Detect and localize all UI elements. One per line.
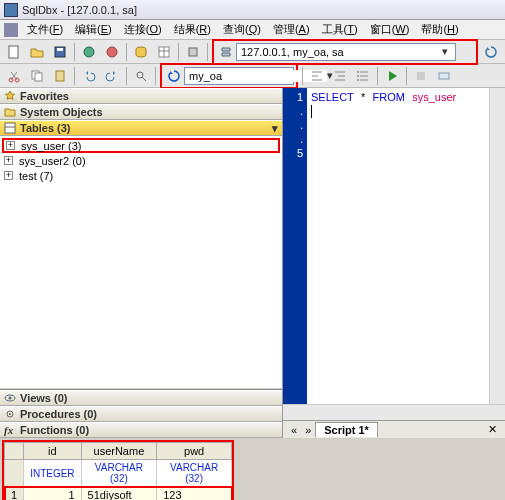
table-icon [4, 122, 16, 134]
svg-point-4 [107, 47, 117, 57]
functions-panel-header[interactable]: fx Functions (0) [0, 422, 282, 438]
vertical-scrollbar[interactable] [489, 88, 505, 404]
tables-label: Tables (3) [20, 122, 71, 134]
list-button[interactable] [353, 66, 373, 86]
tree-label: test (7) [17, 170, 55, 182]
new-button[interactable] [4, 42, 24, 62]
type-row: INTEGER VARCHAR (32) VARCHAR (32) [5, 460, 232, 487]
col-pwd[interactable]: pwd [157, 443, 232, 460]
corner-cell [5, 443, 24, 460]
main-area: Favorites System Objects Tables (3) ▾ + … [0, 88, 505, 438]
db-button[interactable] [131, 42, 151, 62]
menu-help[interactable]: 帮助(H) [416, 20, 463, 39]
server-combo[interactable]: ▾ [236, 43, 456, 61]
menu-connect[interactable]: 连接(O) [119, 20, 167, 39]
copy-button[interactable] [27, 66, 47, 86]
chevron-down-icon[interactable]: ▾ [439, 45, 451, 58]
svg-rect-0 [9, 46, 18, 58]
menu-manage[interactable]: 管理(A) [268, 20, 315, 39]
open-button[interactable] [27, 42, 47, 62]
svg-point-18 [357, 75, 359, 77]
disconnect-button[interactable] [102, 42, 122, 62]
indent-button[interactable] [330, 66, 350, 86]
toolbar-2: ▾ [0, 64, 505, 88]
gear-icon [4, 408, 16, 420]
system-objects-label: System Objects [20, 106, 103, 118]
tree-label: sys_user2 (0) [17, 155, 88, 167]
menu-file[interactable]: 文件(F) [22, 20, 68, 39]
title-bar: SqlDbx - [127.0.0.1, sa] [0, 0, 505, 20]
folder-icon [4, 106, 16, 118]
code-area[interactable]: SELECT * FROM sys_user [307, 88, 489, 404]
views-label: Views (0) [20, 392, 68, 404]
tab-next-button[interactable]: » [301, 424, 315, 436]
save-button[interactable] [50, 42, 70, 62]
expand-icon[interactable]: + [6, 141, 15, 150]
format-button[interactable] [307, 66, 327, 86]
refresh-db-button[interactable] [164, 66, 184, 86]
favorites-label: Favorites [20, 90, 69, 102]
cut-button[interactable] [4, 66, 24, 86]
col-id[interactable]: id [24, 443, 81, 460]
views-panel-header[interactable]: Views (0) [0, 390, 282, 406]
refresh-server-button[interactable] [481, 42, 501, 62]
tables-tree: + sys_user (3) + sys_user2 (0) + test (7… [0, 136, 282, 387]
favorites-panel-header[interactable]: Favorites [0, 88, 282, 104]
object-explorer: Favorites System Objects Tables (3) ▾ + … [0, 88, 283, 438]
svg-rect-13 [35, 73, 42, 81]
system-objects-panel-header[interactable]: System Objects [0, 104, 282, 120]
menu-bar: 文件(F) 编辑(E) 连接(O) 结果(R) 查询(Q) 管理(A) 工具(T… [0, 20, 505, 40]
tab-script-1[interactable]: Script 1* [315, 422, 378, 437]
tab-prev-button[interactable]: « [287, 424, 301, 436]
menu-result[interactable]: 结果(R) [169, 20, 216, 39]
tree-label: sys_user (3) [19, 140, 84, 152]
close-tab-icon[interactable]: ✕ [484, 423, 501, 436]
result-grid[interactable]: id userName pwd INTEGER VARCHAR (32) VAR… [4, 442, 232, 500]
server-combo-highlight: ▾ [212, 39, 478, 65]
stop-button[interactable] [411, 66, 431, 86]
menu-tool[interactable]: 工具(T) [317, 20, 363, 39]
functions-label: Functions (0) [20, 424, 89, 436]
table-button[interactable] [154, 42, 174, 62]
redo-button[interactable] [102, 66, 122, 86]
settings-button[interactable] [183, 42, 203, 62]
procedures-panel-header[interactable]: Procedures (0) [0, 406, 282, 422]
server-icon [216, 42, 236, 62]
execute-button[interactable] [382, 66, 402, 86]
menu-window[interactable]: 窗口(W) [365, 20, 415, 39]
table-row[interactable]: 1 1 51diysoft 123 [5, 487, 232, 501]
col-username[interactable]: userName [81, 443, 157, 460]
menu-query[interactable]: 查询(Q) [218, 20, 266, 39]
result-grid-highlight: id userName pwd INTEGER VARCHAR (32) VAR… [2, 440, 234, 500]
app-icon [4, 3, 18, 17]
svg-point-27 [9, 413, 11, 415]
star-icon [4, 90, 16, 102]
expand-icon[interactable]: + [4, 171, 13, 180]
svg-line-16 [142, 77, 146, 81]
svg-point-25 [9, 397, 12, 400]
menu-edit[interactable]: 编辑(E) [70, 20, 117, 39]
svg-rect-2 [57, 48, 63, 51]
fx-icon: fx [4, 424, 16, 436]
tables-panel-header[interactable]: Tables (3) ▾ [0, 120, 282, 136]
window-title: SqlDbx - [127.0.0.1, sa] [22, 4, 501, 16]
tree-node-test[interactable]: + test (7) [2, 168, 280, 183]
tree-node-sys-user2[interactable]: + sys_user2 (0) [2, 153, 280, 168]
db-combo[interactable]: ▾ [184, 67, 294, 85]
svg-rect-22 [5, 123, 15, 133]
connect-button[interactable] [79, 42, 99, 62]
system-menu-icon[interactable] [4, 23, 18, 37]
header-row: id userName pwd [5, 443, 232, 460]
svg-point-17 [357, 71, 359, 73]
tree-node-sys-user[interactable]: + sys_user (3) [2, 138, 280, 153]
toolbar-1: ▾ [0, 40, 505, 64]
find-button[interactable] [131, 66, 151, 86]
sql-editor[interactable]: 1...5 SELECT * FROM sys_user [283, 88, 505, 404]
undo-button[interactable] [79, 66, 99, 86]
horizontal-scrollbar[interactable] [283, 404, 505, 420]
paste-button[interactable] [50, 66, 70, 86]
more-button[interactable] [434, 66, 454, 86]
svg-rect-21 [439, 73, 449, 79]
expand-icon[interactable]: + [4, 156, 13, 165]
server-combo-input[interactable] [241, 46, 439, 58]
